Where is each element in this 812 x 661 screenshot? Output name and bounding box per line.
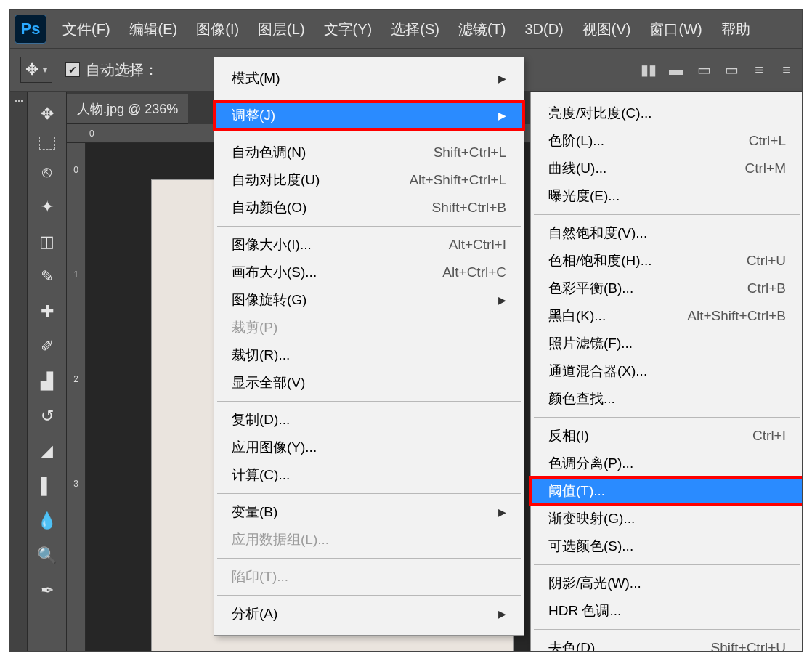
tools-panel: ✥ ⎋ ✦ ◫ ✎ ✚ ✐ ▟ ↺ ◢ ▌ 💧 🔍 ✒ xyxy=(28,92,67,651)
panel-collapse-strip[interactable]: ⋯ xyxy=(10,92,28,651)
tool-wand[interactable]: ✦ xyxy=(33,195,62,219)
adjust-menu-item[interactable]: 反相(I)Ctrl+I xyxy=(531,422,803,450)
menu-edit[interactable]: 编辑(E) xyxy=(129,20,178,39)
menu-item-label: 应用数据组(L)... xyxy=(232,530,329,549)
tool-gradient[interactable]: ▌ xyxy=(33,474,62,498)
adjust-menu-item[interactable]: 色调分离(P)... xyxy=(531,450,803,477)
image-menu-separator xyxy=(217,558,521,559)
adjust-menu-item[interactable]: 曲线(U)...Ctrl+M xyxy=(531,155,803,182)
menu-window[interactable]: 窗口(W) xyxy=(649,20,702,39)
image-menu-item[interactable]: 自动色调(N)Shift+Ctrl+L xyxy=(214,139,524,166)
menu-item-label: 复制(D)... xyxy=(232,410,290,429)
image-menu-item[interactable]: 计算(C)... xyxy=(214,461,524,489)
image-menu-item[interactable]: 复制(D)... xyxy=(214,406,524,434)
adjust-menu-item[interactable]: 亮度/对比度(C)... xyxy=(531,100,803,127)
tool-history[interactable]: ↺ xyxy=(33,404,62,429)
menu-layer[interactable]: 图层(L) xyxy=(258,20,304,39)
menu-filter[interactable]: 滤镜(T) xyxy=(458,20,506,39)
menu-select[interactable]: 选择(S) xyxy=(391,20,439,39)
distribute-icon[interactable]: ≡ xyxy=(777,60,796,79)
menu-image[interactable]: 图像(I) xyxy=(196,20,239,39)
ruler-vertical[interactable]: 0 1 2 3 xyxy=(67,143,86,651)
app-logo: Ps xyxy=(15,15,46,44)
image-menu-item[interactable]: 分析(A)▶ xyxy=(214,600,524,628)
adjust-menu-separator xyxy=(534,564,800,565)
tool-stamp[interactable]: ▟ xyxy=(33,369,62,394)
menu-item-label: 裁切(R)... xyxy=(232,346,290,365)
menu-item-label: 自动颜色(O) xyxy=(232,198,306,217)
menu-item-label: 阴影/高光(W)... xyxy=(548,574,641,593)
adjust-menu-item[interactable]: 自然饱和度(V)... xyxy=(531,219,803,247)
auto-select-label: 自动选择： xyxy=(86,60,158,80)
image-menu-item[interactable]: 模式(M)▶ xyxy=(214,65,524,92)
tool-eraser[interactable]: ◢ xyxy=(33,439,62,463)
image-menu-separator xyxy=(217,493,521,494)
align-icon[interactable]: ▮▮ xyxy=(639,60,658,79)
move-icon: ✥ xyxy=(25,60,38,79)
tool-eyedropper[interactable]: ✎ xyxy=(33,264,62,289)
adjust-menu-item[interactable]: HDR 色调... xyxy=(531,597,803,625)
image-menu-item[interactable]: 调整(J)▶ xyxy=(214,102,524,129)
tool-marquee[interactable] xyxy=(39,137,55,150)
adjust-menu-item[interactable]: 阈值(T)... xyxy=(531,477,803,505)
align-icon[interactable]: ▬ xyxy=(667,60,686,79)
menu-item-label: 陷印(T)... xyxy=(232,567,288,586)
menu-item-label: 变量(B) xyxy=(232,503,277,522)
menu-item-shortcut: Ctrl+I xyxy=(752,428,786,444)
adjust-menu-item[interactable]: 曝光度(E)... xyxy=(531,182,803,210)
image-menu-item[interactable]: 图像大小(I)...Alt+Ctrl+I xyxy=(214,231,524,259)
align-icons-group: ▮▮ ▬ ▭ ▭ ≡ ≡ xyxy=(639,60,796,79)
menu-view[interactable]: 视图(V) xyxy=(582,20,631,39)
adjust-menu-item[interactable]: 色阶(L)...Ctrl+L xyxy=(531,127,803,155)
document-tab[interactable]: 人物.jpg @ 236% xyxy=(67,94,188,124)
menu-item-shortcut: Alt+Ctrl+C xyxy=(442,264,506,280)
align-icon[interactable]: ▭ xyxy=(694,60,713,79)
tool-crop[interactable]: ◫ xyxy=(33,230,62,254)
adjust-menu-item[interactable]: 色相/饱和度(H)...Ctrl+U xyxy=(531,247,803,275)
adjust-menu-item[interactable]: 去色(D)Shift+Ctrl+U xyxy=(531,634,803,652)
image-menu-item[interactable]: 变量(B)▶ xyxy=(214,498,524,526)
image-menu-item[interactable]: 自动颜色(O)Shift+Ctrl+B xyxy=(214,194,524,222)
menu-help[interactable]: 帮助 xyxy=(721,20,750,39)
menu-item-shortcut: Ctrl+M xyxy=(745,161,786,177)
adjust-menu-item[interactable]: 渐变映射(G)... xyxy=(531,505,803,532)
menu-3d[interactable]: 3D(D) xyxy=(524,21,563,38)
image-menu-item[interactable]: 裁切(R)... xyxy=(214,341,524,369)
adjust-menu-item[interactable]: 阴影/高光(W)... xyxy=(531,569,803,597)
tool-pen[interactable]: ✒ xyxy=(33,578,62,603)
adjust-menu-item[interactable]: 照片滤镜(F)... xyxy=(531,330,803,357)
adjust-menu-item[interactable]: 黑白(K)...Alt+Shift+Ctrl+B xyxy=(531,302,803,330)
menu-item-shortcut: Ctrl+L xyxy=(749,133,786,149)
adjust-menu-item[interactable]: 色彩平衡(B)...Ctrl+B xyxy=(531,275,803,302)
image-menu-item[interactable]: 显示全部(V) xyxy=(214,369,524,397)
image-menu-item[interactable]: 图像旋转(G)▶ xyxy=(214,286,524,314)
tool-brush[interactable]: ✐ xyxy=(33,334,62,359)
menu-item-shortcut: Shift+Ctrl+B xyxy=(432,200,506,216)
tool-heal[interactable]: ✚ xyxy=(33,299,62,324)
menu-item-shortcut: Alt+Shift+Ctrl+L xyxy=(409,172,506,188)
adjust-menu-item[interactable]: 可选颜色(S)... xyxy=(531,532,803,560)
image-menu-item[interactable]: 应用图像(Y)... xyxy=(214,434,524,461)
tool-zoom[interactable]: 🔍 xyxy=(33,543,62,568)
image-menu-item[interactable]: 画布大小(S)...Alt+Ctrl+C xyxy=(214,259,524,286)
image-menu-item[interactable]: 自动对比度(U)Alt+Shift+Ctrl+L xyxy=(214,166,524,194)
auto-select-option[interactable]: ✔ 自动选择： xyxy=(65,60,158,80)
menu-item-label: 反相(I) xyxy=(548,426,589,445)
adjust-menu-item[interactable]: 颜色查找... xyxy=(531,385,803,413)
align-icon[interactable]: ▭ xyxy=(722,60,741,79)
menu-item-label: 通道混合器(X)... xyxy=(548,362,647,381)
menu-item-label: 应用图像(Y)... xyxy=(232,438,317,457)
tool-lasso[interactable]: ⎋ xyxy=(33,160,62,184)
image-menu-item: 裁剪(P) xyxy=(214,314,524,341)
submenu-arrow-icon: ▶ xyxy=(498,294,506,306)
ruler-tick: 1 xyxy=(73,269,78,280)
adjust-menu-item[interactable]: 通道混合器(X)... xyxy=(531,357,803,385)
tool-blur[interactable]: 💧 xyxy=(33,508,62,533)
menu-type[interactable]: 文字(Y) xyxy=(324,20,373,39)
image-menu-item: 陷印(T)... xyxy=(214,563,524,591)
tool-move[interactable]: ✥ xyxy=(33,102,62,126)
active-tool-indicator[interactable]: ✥ ▾ xyxy=(20,57,52,83)
image-menu-separator xyxy=(217,595,521,596)
distribute-icon[interactable]: ≡ xyxy=(750,60,768,79)
menu-file[interactable]: 文件(F) xyxy=(62,20,110,39)
